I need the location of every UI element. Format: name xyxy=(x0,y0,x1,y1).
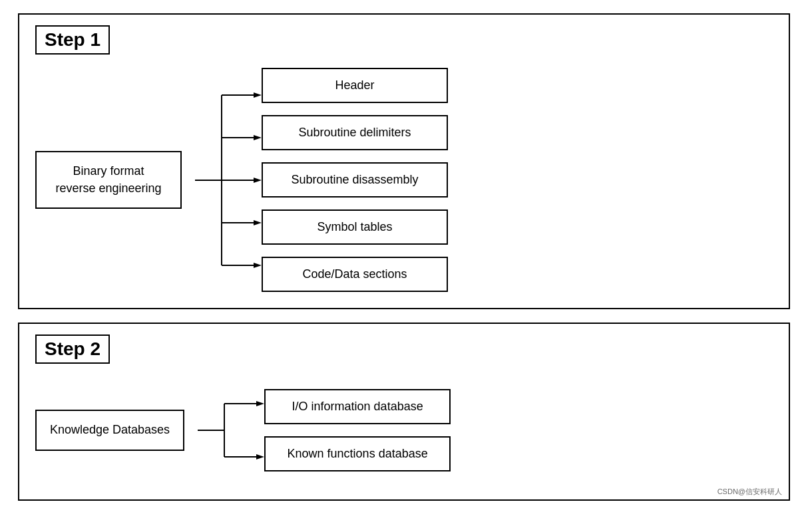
step1-target-subroutine-delimiters: Subroutine delimiters xyxy=(262,115,448,150)
step2-label: Step 2 xyxy=(35,334,110,364)
svg-marker-7 xyxy=(254,178,262,183)
step2-targets: I/O information database Known functions… xyxy=(264,389,451,471)
step1-target-code-data-sections: Code/Data sections xyxy=(262,257,448,292)
step2-box: Step 2 Knowledge Databases xyxy=(18,323,790,501)
step1-target-symbol-tables: Symbol tables xyxy=(262,209,448,245)
step1-connector xyxy=(182,74,262,287)
svg-marker-9 xyxy=(254,220,262,225)
step1-source: Binary format reverse engineering xyxy=(35,151,182,208)
step1-label: Step 1 xyxy=(35,25,110,55)
watermark: CSDN@信安科研人 xyxy=(717,487,782,497)
step1-target-header: Header xyxy=(262,68,448,103)
step2-content: Knowledge Databases I/O inf xyxy=(35,377,773,483)
svg-marker-5 xyxy=(254,135,262,140)
step2-source: Knowledge Databases xyxy=(35,410,184,450)
svg-marker-15 xyxy=(256,401,264,406)
svg-marker-11 xyxy=(254,263,262,268)
step2-target-io-database: I/O information database xyxy=(264,389,451,424)
diagram-container: Step 1 Binary format reverse engineering xyxy=(18,13,790,501)
svg-marker-3 xyxy=(254,92,262,98)
step2-target-known-functions-database: Known functions database xyxy=(264,436,451,471)
svg-marker-17 xyxy=(256,454,264,460)
step1-box: Step 1 Binary format reverse engineering xyxy=(18,13,790,309)
step1-target-subroutine-disassembly: Subroutine disassembly xyxy=(262,162,448,198)
step1-content: Binary format reverse engineering xyxy=(35,68,773,292)
step2-connector xyxy=(184,377,264,483)
step1-targets: Header Subroutine delimiters Subroutine … xyxy=(262,68,448,292)
